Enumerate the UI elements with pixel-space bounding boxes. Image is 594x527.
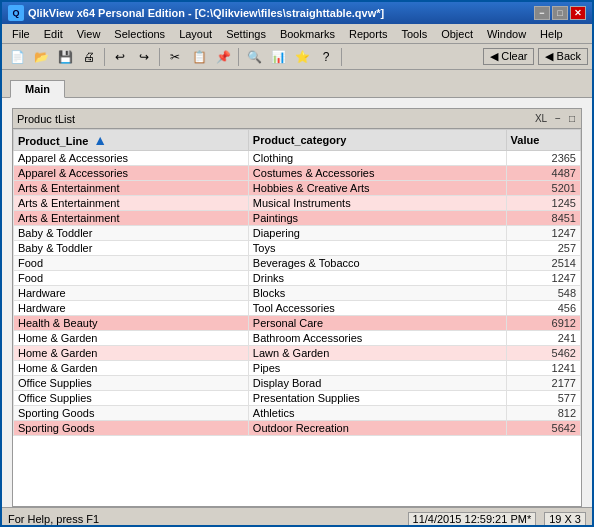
cell-product-line: Office Supplies — [14, 376, 249, 391]
cell-product-line: Office Supplies — [14, 391, 249, 406]
table-row[interactable]: Baby & ToddlerToys257 — [14, 241, 581, 256]
cell-value: 4487 — [506, 166, 580, 181]
toolbar-chart[interactable]: 📊 — [267, 47, 289, 67]
menu-bookmarks[interactable]: Bookmarks — [274, 27, 341, 41]
toolbar-help[interactable]: ? — [315, 47, 337, 67]
menu-object[interactable]: Object — [435, 27, 479, 41]
cell-product-category: Clothing — [248, 151, 506, 166]
back-button[interactable]: ◀ Back — [538, 48, 588, 65]
table-row[interactable]: Baby & ToddlerDiapering1247 — [14, 226, 581, 241]
cell-value: 456 — [506, 301, 580, 316]
menu-window[interactable]: Window — [481, 27, 532, 41]
toolbar-new[interactable]: 📄 — [6, 47, 28, 67]
table-row[interactable]: FoodBeverages & Tobacco2514 — [14, 256, 581, 271]
cell-product-line: Home & Garden — [14, 331, 249, 346]
cell-product-line: Arts & Entertainment — [14, 181, 249, 196]
cell-value: 1245 — [506, 196, 580, 211]
cell-value: 241 — [506, 331, 580, 346]
cell-value: 5642 — [506, 421, 580, 436]
widget-xl-button[interactable]: XL — [533, 113, 549, 124]
col-header-product-line[interactable]: Product_Line ▲ — [14, 130, 249, 151]
cell-product-line: Apparel & Accessories — [14, 151, 249, 166]
toolbar-undo[interactable]: ↩ — [109, 47, 131, 67]
cell-product-category: Blocks — [248, 286, 506, 301]
cell-value: 548 — [506, 286, 580, 301]
cell-product-line: Health & Beauty — [14, 316, 249, 331]
cell-value: 1241 — [506, 361, 580, 376]
cell-value: 2514 — [506, 256, 580, 271]
table-row[interactable]: HardwareBlocks548 — [14, 286, 581, 301]
cell-value: 5201 — [506, 181, 580, 196]
cell-product-category: Tool Accessories — [248, 301, 506, 316]
toolbar-save[interactable]: 💾 — [54, 47, 76, 67]
close-button[interactable]: ✕ — [570, 6, 586, 20]
table-row[interactable]: Sporting GoodsOutdoor Recreation5642 — [14, 421, 581, 436]
table-row[interactable]: HardwareTool Accessories456 — [14, 301, 581, 316]
widget-title: Produc tList — [17, 113, 75, 125]
menu-edit[interactable]: Edit — [38, 27, 69, 41]
cell-value: 8451 — [506, 211, 580, 226]
cell-product-line: Home & Garden — [14, 346, 249, 361]
toolbar-open[interactable]: 📂 — [30, 47, 52, 67]
tab-main[interactable]: Main — [10, 80, 65, 98]
cell-product-line: Baby & Toddler — [14, 226, 249, 241]
cell-product-line: Baby & Toddler — [14, 241, 249, 256]
cell-product-category: Hobbies & Creative Arts — [248, 181, 506, 196]
table-row[interactable]: FoodDrinks1247 — [14, 271, 581, 286]
cell-product-category: Personal Care — [248, 316, 506, 331]
toolbar-search[interactable]: 🔍 — [243, 47, 265, 67]
cell-product-line: Home & Garden — [14, 361, 249, 376]
clear-button[interactable]: ◀ Clear — [483, 48, 534, 65]
cell-product-category: Pipes — [248, 361, 506, 376]
cell-product-category: Costumes & Accessories — [248, 166, 506, 181]
table-row[interactable]: Home & GardenPipes1241 — [14, 361, 581, 376]
table-row[interactable]: Sporting GoodsAthletics812 — [14, 406, 581, 421]
cell-product-line: Sporting Goods — [14, 406, 249, 421]
table-row[interactable]: Arts & EntertainmentMusical Instruments1… — [14, 196, 581, 211]
table-row[interactable]: Office SuppliesDisplay Borad2177 — [14, 376, 581, 391]
title-bar: Q QlikView x64 Personal Edition - [C:\Ql… — [2, 2, 592, 24]
cell-product-line: Sporting Goods — [14, 421, 249, 436]
toolbar-cut[interactable]: ✂ — [164, 47, 186, 67]
cell-value: 812 — [506, 406, 580, 421]
table-row[interactable]: Office SuppliesPresentation Supplies577 — [14, 391, 581, 406]
menu-view[interactable]: View — [71, 27, 107, 41]
col-header-product-category[interactable]: Product_category — [248, 130, 506, 151]
menu-file[interactable]: File — [6, 27, 36, 41]
menu-help[interactable]: Help — [534, 27, 569, 41]
cell-value: 6912 — [506, 316, 580, 331]
col-header-value[interactable]: Value — [506, 130, 580, 151]
menu-selections[interactable]: Selections — [108, 27, 171, 41]
sort-arrow-icon: ▲ — [93, 132, 107, 148]
cell-product-category: Drinks — [248, 271, 506, 286]
table-row[interactable]: Home & GardenLawn & Garden5462 — [14, 346, 581, 361]
widget-max-button[interactable]: □ — [567, 113, 577, 124]
table-row[interactable]: Apparel & AccessoriesClothing2365 — [14, 151, 581, 166]
cell-value: 577 — [506, 391, 580, 406]
menu-settings[interactable]: Settings — [220, 27, 272, 41]
table-row[interactable]: Arts & EntertainmentHobbies & Creative A… — [14, 181, 581, 196]
minimize-button[interactable]: − — [534, 6, 550, 20]
toolbar-copy[interactable]: 📋 — [188, 47, 210, 67]
maximize-button[interactable]: □ — [552, 6, 568, 20]
cell-product-category: Bathroom Accessories — [248, 331, 506, 346]
cell-product-category: Outdoor Recreation — [248, 421, 506, 436]
toolbar-star[interactable]: ⭐ — [291, 47, 313, 67]
menu-tools[interactable]: Tools — [395, 27, 433, 41]
help-text: For Help, press F1 — [8, 513, 99, 525]
toolbar-print[interactable]: 🖨 — [78, 47, 100, 67]
app-title: QlikView x64 Personal Edition - [C:\Qlik… — [28, 7, 384, 19]
menu-layout[interactable]: Layout — [173, 27, 218, 41]
toolbar-paste[interactable]: 📌 — [212, 47, 234, 67]
table-row[interactable]: Health & BeautyPersonal Care6912 — [14, 316, 581, 331]
widget-title-bar: Produc tList XL − □ — [13, 109, 581, 129]
toolbar-redo[interactable]: ↪ — [133, 47, 155, 67]
cell-value: 5462 — [506, 346, 580, 361]
menu-reports[interactable]: Reports — [343, 27, 394, 41]
cell-value: 1247 — [506, 271, 580, 286]
widget-min-button[interactable]: − — [553, 113, 563, 124]
table-row[interactable]: Home & GardenBathroom Accessories241 — [14, 331, 581, 346]
table-row[interactable]: Apparel & AccessoriesCostumes & Accessor… — [14, 166, 581, 181]
table-row[interactable]: Arts & EntertainmentPaintings8451 — [14, 211, 581, 226]
cell-product-line: Food — [14, 271, 249, 286]
